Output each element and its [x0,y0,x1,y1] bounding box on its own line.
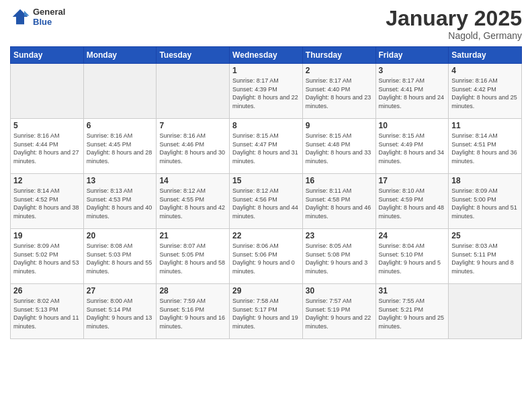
day-number: 1 [232,66,300,75]
calendar-title: January 2025 [386,7,522,30]
day-number: 24 [379,231,446,240]
day-number: 15 [232,176,300,185]
day-info: Sunrise: 8:12 AM Sunset: 4:55 PM Dayligh… [159,187,226,220]
svg-marker-1 [24,11,30,16]
week-row-4: 19Sunrise: 8:09 AM Sunset: 5:02 PM Dayli… [11,229,522,284]
day-number: 10 [379,121,446,130]
day-info: Sunrise: 8:16 AM Sunset: 4:45 PM Dayligh… [87,132,154,165]
svg-marker-0 [13,9,28,25]
day-number: 23 [306,231,373,240]
day-info: Sunrise: 8:16 AM Sunset: 4:44 PM Dayligh… [13,132,81,165]
day-cell: 9Sunrise: 8:15 AM Sunset: 4:48 PM Daylig… [302,119,375,174]
day-info: Sunrise: 8:14 AM Sunset: 4:51 PM Dayligh… [451,132,519,165]
day-info: Sunrise: 7:59 AM Sunset: 5:16 PM Dayligh… [159,297,226,330]
day-number: 21 [159,231,226,240]
day-cell: 12Sunrise: 8:14 AM Sunset: 4:52 PM Dayli… [11,174,84,229]
day-info: Sunrise: 8:00 AM Sunset: 5:14 PM Dayligh… [87,297,154,330]
day-info: Sunrise: 8:05 AM Sunset: 5:08 PM Dayligh… [306,242,373,275]
day-number: 17 [379,176,446,185]
column-header-friday: Friday [375,47,449,64]
day-info: Sunrise: 7:55 AM Sunset: 5:21 PM Dayligh… [379,297,446,330]
week-row-5: 26Sunrise: 8:02 AM Sunset: 5:13 PM Dayli… [11,284,522,339]
day-cell: 2Sunrise: 8:17 AM Sunset: 4:40 PM Daylig… [302,64,375,119]
day-info: Sunrise: 8:12 AM Sunset: 4:56 PM Dayligh… [232,187,300,220]
week-row-3: 12Sunrise: 8:14 AM Sunset: 4:52 PM Dayli… [11,174,522,229]
day-cell: 20Sunrise: 8:08 AM Sunset: 5:03 PM Dayli… [83,229,157,284]
day-info: Sunrise: 8:14 AM Sunset: 4:52 PM Dayligh… [13,187,81,220]
day-cell [83,64,157,119]
day-number: 25 [451,231,519,240]
column-header-thursday: Thursday [302,47,375,64]
day-info: Sunrise: 8:17 AM Sunset: 4:41 PM Dayligh… [379,77,446,110]
day-cell: 15Sunrise: 8:12 AM Sunset: 4:56 PM Dayli… [230,174,303,229]
day-number: 20 [87,231,154,240]
day-cell: 5Sunrise: 8:16 AM Sunset: 4:44 PM Daylig… [11,119,84,174]
day-number: 16 [306,176,373,185]
column-header-sunday: Sunday [11,47,84,64]
day-cell: 26Sunrise: 8:02 AM Sunset: 5:13 PM Dayli… [11,284,84,339]
day-number: 30 [306,286,373,295]
day-number: 9 [306,121,373,130]
day-info: Sunrise: 8:03 AM Sunset: 5:11 PM Dayligh… [451,242,519,275]
day-number: 3 [379,66,446,75]
day-cell: 29Sunrise: 7:58 AM Sunset: 5:17 PM Dayli… [230,284,303,339]
day-cell: 7Sunrise: 8:16 AM Sunset: 4:46 PM Daylig… [157,119,230,174]
calendar-subtitle: Nagold, Germany [386,30,522,41]
day-number: 31 [379,286,446,295]
day-number: 22 [232,231,300,240]
header: General Blue January 2025 Nagold, German… [10,7,522,41]
day-info: Sunrise: 7:58 AM Sunset: 5:17 PM Dayligh… [232,297,300,330]
day-info: Sunrise: 8:08 AM Sunset: 5:03 PM Dayligh… [87,242,154,275]
logo: General Blue [10,7,65,27]
day-number: 29 [232,286,300,295]
week-row-1: 1Sunrise: 8:17 AM Sunset: 4:39 PM Daylig… [11,64,522,119]
day-cell: 21Sunrise: 8:07 AM Sunset: 5:05 PM Dayli… [157,229,230,284]
day-cell: 14Sunrise: 8:12 AM Sunset: 4:55 PM Dayli… [157,174,230,229]
day-cell [11,64,84,119]
day-info: Sunrise: 8:15 AM Sunset: 4:48 PM Dayligh… [306,132,373,165]
day-cell [157,64,230,119]
week-row-2: 5Sunrise: 8:16 AM Sunset: 4:44 PM Daylig… [11,119,522,174]
day-cell: 30Sunrise: 7:57 AM Sunset: 5:19 PM Dayli… [302,284,375,339]
title-block: January 2025 Nagold, Germany [386,7,522,41]
day-cell: 28Sunrise: 7:59 AM Sunset: 5:16 PM Dayli… [157,284,230,339]
day-info: Sunrise: 7:57 AM Sunset: 5:19 PM Dayligh… [306,297,373,330]
day-cell: 3Sunrise: 8:17 AM Sunset: 4:41 PM Daylig… [375,64,449,119]
day-info: Sunrise: 8:09 AM Sunset: 5:00 PM Dayligh… [451,187,519,220]
day-info: Sunrise: 8:10 AM Sunset: 4:59 PM Dayligh… [379,187,446,220]
day-number: 28 [159,286,226,295]
calendar-container: General Blue January 2025 Nagold, German… [0,0,532,346]
day-info: Sunrise: 8:13 AM Sunset: 4:53 PM Dayligh… [87,187,154,220]
day-number: 2 [306,66,373,75]
logo-blue-text: Blue [33,17,65,27]
column-header-monday: Monday [83,47,157,64]
column-header-tuesday: Tuesday [157,47,230,64]
day-cell: 10Sunrise: 8:15 AM Sunset: 4:49 PM Dayli… [375,119,449,174]
day-number: 19 [13,231,81,240]
logo-general-text: General [33,7,65,17]
day-number: 14 [159,176,226,185]
day-number: 27 [87,286,154,295]
day-number: 18 [451,176,519,185]
day-number: 13 [87,176,154,185]
day-cell: 11Sunrise: 8:14 AM Sunset: 4:51 PM Dayli… [449,119,522,174]
day-cell: 27Sunrise: 8:00 AM Sunset: 5:14 PM Dayli… [83,284,157,339]
day-number: 5 [13,121,81,130]
day-number: 12 [13,176,81,185]
day-cell: 17Sunrise: 8:10 AM Sunset: 4:59 PM Dayli… [375,174,449,229]
day-cell: 1Sunrise: 8:17 AM Sunset: 4:39 PM Daylig… [230,64,303,119]
day-info: Sunrise: 8:07 AM Sunset: 5:05 PM Dayligh… [159,242,226,275]
day-cell: 13Sunrise: 8:13 AM Sunset: 4:53 PM Dayli… [83,174,157,229]
day-info: Sunrise: 8:15 AM Sunset: 4:49 PM Dayligh… [379,132,446,165]
day-number: 26 [13,286,81,295]
column-header-wednesday: Wednesday [230,47,303,64]
day-cell: 22Sunrise: 8:06 AM Sunset: 5:06 PM Dayli… [230,229,303,284]
day-cell: 24Sunrise: 8:04 AM Sunset: 5:10 PM Dayli… [375,229,449,284]
day-cell: 8Sunrise: 8:15 AM Sunset: 4:47 PM Daylig… [230,119,303,174]
day-info: Sunrise: 8:17 AM Sunset: 4:40 PM Dayligh… [306,77,373,110]
day-info: Sunrise: 8:11 AM Sunset: 4:58 PM Dayligh… [306,187,373,220]
day-cell: 16Sunrise: 8:11 AM Sunset: 4:58 PM Dayli… [302,174,375,229]
day-cell: 23Sunrise: 8:05 AM Sunset: 5:08 PM Dayli… [302,229,375,284]
day-info: Sunrise: 8:16 AM Sunset: 4:42 PM Dayligh… [451,77,519,110]
day-number: 6 [87,121,154,130]
